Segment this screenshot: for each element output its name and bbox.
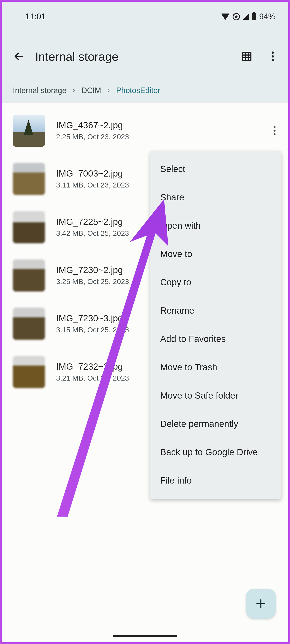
- menu-item-safe-folder[interactable]: Move to Safe folder: [150, 382, 282, 410]
- status-icons: 94%: [221, 12, 276, 21]
- status-bar: 11:01 94%: [2, 2, 288, 34]
- wifi-icon: [221, 14, 230, 20]
- svg-point-3: [274, 126, 276, 128]
- file-thumbnail: [13, 163, 45, 195]
- menu-item-add-favorites[interactable]: Add to Favorites: [150, 325, 282, 353]
- file-row[interactable]: IMG_4367~2.jpg 2.25 MB, Oct 23, 2023: [2, 106, 288, 155]
- menu-item-file-info[interactable]: File info: [150, 466, 282, 495]
- file-thumbnail: [13, 114, 45, 147]
- hotspot-icon: [233, 13, 240, 20]
- battery-icon: [252, 13, 256, 20]
- grid-icon: [241, 51, 252, 62]
- navigation-handle[interactable]: [113, 635, 177, 637]
- menu-item-share[interactable]: Share: [150, 183, 282, 212]
- file-thumbnail: [13, 211, 45, 243]
- context-menu: Select Share Open with Move to Copy to R…: [150, 150, 282, 499]
- menu-item-rename[interactable]: Rename: [150, 296, 282, 325]
- page-title: Internal storage: [35, 50, 227, 64]
- menu-item-delete-permanently[interactable]: Delete permanently: [150, 410, 282, 438]
- file-name: IMG_4367~2.jpg: [56, 120, 270, 130]
- svg-point-4: [274, 130, 276, 132]
- more-options-button[interactable]: [267, 50, 279, 62]
- more-vert-icon: [272, 51, 274, 62]
- file-thumbnail: [13, 356, 45, 388]
- menu-item-backup-drive[interactable]: Back up to Google Drive: [150, 438, 282, 466]
- menu-item-move-to[interactable]: Move to: [150, 240, 282, 268]
- breadcrumb-current: PhotosEditor: [116, 86, 160, 95]
- plus-icon: [255, 598, 267, 610]
- view-grid-button[interactable]: [241, 50, 253, 62]
- svg-point-1: [272, 55, 274, 58]
- file-more-button[interactable]: [270, 126, 280, 136]
- menu-item-move-trash[interactable]: Move to Trash: [150, 353, 282, 382]
- clock: 11:01: [25, 12, 46, 21]
- breadcrumb-item[interactable]: Internal storage: [13, 86, 66, 95]
- svg-point-2: [272, 59, 274, 61]
- file-thumbnail: [13, 308, 45, 340]
- signal-icon: [243, 14, 249, 20]
- menu-item-open-with[interactable]: Open with: [150, 212, 282, 240]
- arrow-back-icon: [13, 51, 24, 62]
- back-button[interactable]: [13, 50, 25, 62]
- breadcrumb: Internal storage DCIM PhotosEditor: [2, 79, 288, 102]
- menu-item-copy-to[interactable]: Copy to: [150, 268, 282, 296]
- file-thumbnail: [13, 259, 45, 292]
- more-vert-icon: [273, 126, 276, 135]
- app-bar: Internal storage: [2, 34, 288, 79]
- menu-item-select[interactable]: Select: [150, 155, 282, 183]
- chevron-right-icon: [72, 88, 76, 93]
- file-meta: 2.25 MB, Oct 23, 2023: [56, 132, 270, 141]
- breadcrumb-item[interactable]: DCIM: [81, 86, 101, 95]
- svg-point-5: [274, 133, 276, 135]
- battery-text: 94%: [259, 12, 276, 21]
- chevron-right-icon: [106, 88, 111, 93]
- add-fab[interactable]: [246, 589, 276, 619]
- svg-point-0: [272, 52, 274, 54]
